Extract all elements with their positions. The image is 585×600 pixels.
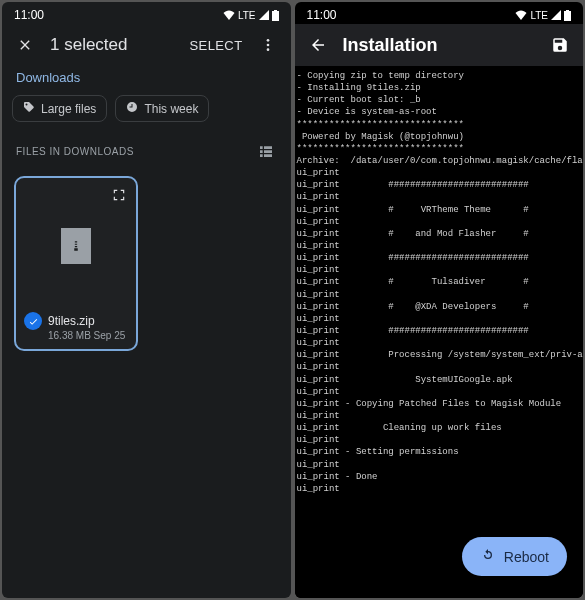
svg-rect-5 — [564, 11, 571, 21]
svg-rect-6 — [566, 10, 569, 11]
file-meta: 9tiles.zip — [24, 306, 128, 330]
file-name: 9tiles.zip — [48, 314, 95, 328]
status-net: LTE — [238, 10, 256, 21]
wifi-icon — [515, 10, 527, 20]
reboot-icon — [480, 547, 496, 566]
close-icon[interactable] — [14, 34, 36, 56]
files-grid: 9tiles.zip 16.38 MB Sep 25 — [2, 170, 291, 357]
status-bar: 11:00 LTE — [2, 2, 291, 24]
reboot-label: Reboot — [504, 549, 549, 565]
svg-rect-1 — [274, 10, 277, 11]
reboot-button[interactable]: Reboot — [462, 537, 567, 576]
svg-rect-0 — [272, 11, 279, 21]
wifi-icon — [223, 10, 235, 20]
install-appbar: Installation — [295, 24, 584, 66]
battery-icon — [564, 10, 571, 21]
status-time: 11:00 — [14, 8, 44, 22]
fullscreen-icon — [112, 188, 126, 206]
section-header: FILES IN DOWNLOADS — [16, 146, 134, 157]
battery-icon — [272, 10, 279, 21]
svg-point-4 — [266, 48, 269, 51]
status-bar: 11:00 LTE — [295, 2, 584, 24]
status-time: 11:00 — [307, 8, 337, 22]
back-icon[interactable] — [307, 34, 329, 56]
zip-file-icon — [61, 228, 91, 264]
breadcrumb[interactable]: Downloads — [2, 66, 291, 95]
signal-icon — [259, 10, 269, 20]
select-button[interactable]: SELECT — [190, 38, 243, 53]
status-net: LTE — [530, 10, 548, 21]
chip-this-week[interactable]: This week — [115, 95, 209, 122]
status-right: LTE — [515, 10, 571, 21]
magisk-install-screen: 11:00 LTE Installation - Copying zip to … — [295, 2, 584, 598]
appbar-title: Installation — [343, 35, 536, 56]
chip-label: Large files — [41, 102, 96, 116]
chip-large-files[interactable]: Large files — [12, 95, 107, 122]
file-info: 16.38 MB Sep 25 — [24, 330, 128, 341]
filter-chips: Large files This week — [2, 95, 291, 132]
section-header-row: FILES IN DOWNLOADS — [2, 132, 291, 170]
appbar-title: 1 selected — [50, 35, 176, 55]
clock-icon — [126, 101, 138, 116]
status-right: LTE — [223, 10, 279, 21]
file-thumbnail — [24, 186, 128, 306]
file-picker-screen: 11:00 LTE 1 selected SELECT Downloads — [2, 2, 291, 598]
overflow-menu-icon[interactable] — [257, 34, 279, 56]
install-log[interactable]: - Copying zip to temp directory - Instal… — [295, 66, 584, 598]
selection-appbar: 1 selected SELECT — [2, 24, 291, 66]
svg-point-2 — [266, 39, 269, 42]
save-log-icon[interactable] — [549, 34, 571, 56]
file-card[interactable]: 9tiles.zip 16.38 MB Sep 25 — [14, 176, 138, 351]
view-list-icon[interactable] — [255, 140, 277, 162]
signal-icon — [551, 10, 561, 20]
chip-label: This week — [144, 102, 198, 116]
selected-check-icon — [24, 312, 42, 330]
svg-point-3 — [266, 44, 269, 47]
tag-icon — [23, 101, 35, 116]
